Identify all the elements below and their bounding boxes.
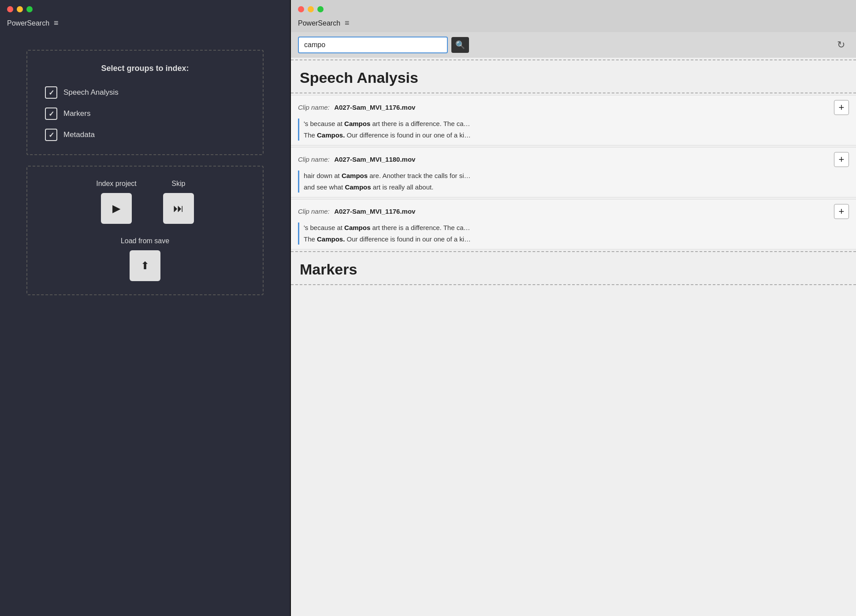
clip-name-container-3: Clip name: A027-Sam_MVI_1176.mov <box>298 208 415 215</box>
left-app-title: PowerSearch <box>7 19 49 27</box>
clip-card-1: Clip name: A027-Sam_MVI_1176.mov + 's be… <box>291 95 856 145</box>
right-close-button[interactable] <box>298 6 304 12</box>
checkbox-markers[interactable]: ✓ Markers <box>45 108 245 120</box>
speech-divider-bottom <box>291 93 856 93</box>
checkmark-speech: ✓ <box>48 89 54 97</box>
right-minimize-button[interactable] <box>308 6 314 12</box>
right-window-controls <box>291 0 856 19</box>
clip-lines-3: 's because at Campos art there is a diff… <box>298 223 849 245</box>
checkmark-metadata: ✓ <box>48 131 54 139</box>
search-bar: 🔍 ↻ <box>291 32 856 58</box>
minimize-button[interactable] <box>17 6 23 12</box>
checkmark-markers: ✓ <box>48 110 54 118</box>
left-menu-icon[interactable]: ≡ <box>54 19 59 28</box>
clip-card-2: Clip name: A027-Sam_MVI_1180.mov + hair … <box>291 147 856 197</box>
maximize-button[interactable] <box>26 6 33 12</box>
close-button[interactable] <box>7 6 13 12</box>
skip-button[interactable]: ⏭ <box>163 193 194 224</box>
search-input[interactable] <box>298 37 448 53</box>
refresh-button[interactable]: ↻ <box>833 37 849 53</box>
clip-line-2-1: hair down at Campos are. Another track t… <box>304 171 849 181</box>
left-window-controls <box>0 0 290 19</box>
checkbox-metadata[interactable]: ✓ Metadata <box>45 129 245 141</box>
add-clip-3-button[interactable]: + <box>834 204 849 219</box>
index-project-label: Index project <box>96 180 137 188</box>
actions-box: Index project ▶ Skip ⏭ Load from save ⬆ <box>26 166 264 295</box>
right-menu-icon[interactable]: ≡ <box>345 19 350 28</box>
clip-lines-1: 's because at Campos art there is a diff… <box>298 119 849 141</box>
search-icon: 🔍 <box>455 40 465 50</box>
skip-forward-icon: ⏭ <box>173 202 184 215</box>
index-project-button[interactable]: ▶ <box>101 193 132 224</box>
results-area[interactable]: Speech Analysis Clip name: A027-Sam_MVI_… <box>291 58 856 616</box>
upload-icon: ⬆ <box>141 260 149 272</box>
right-panel: PowerSearch ≡ 🔍 ↻ Speech Analysis Clip n… <box>291 0 856 616</box>
markers-divider-bottom <box>291 284 856 285</box>
skip-label: Skip <box>171 180 185 188</box>
clip-card-3: Clip name: A027-Sam_MVI_1176.mov + 's be… <box>291 199 856 249</box>
checkbox-metadata-icon: ✓ <box>45 129 57 141</box>
groups-selection-box: Select groups to index: ✓ Speech Analysi… <box>26 50 264 155</box>
right-maximize-button[interactable] <box>317 6 324 12</box>
checkbox-markers-icon: ✓ <box>45 108 57 120</box>
clip-name-container-2: Clip name: A027-Sam_MVI_1180.mov <box>298 156 415 163</box>
speech-divider-top <box>291 59 856 60</box>
clip-header-1: Clip name: A027-Sam_MVI_1176.mov + <box>298 100 849 115</box>
clip-line-3-1: 's because at Campos art there is a diff… <box>304 223 849 233</box>
play-icon: ▶ <box>112 202 120 215</box>
add-clip-1-button[interactable]: + <box>834 100 849 115</box>
clip-header-2: Clip name: A027-Sam_MVI_1180.mov + <box>298 152 849 167</box>
clip-line-1-2: The Campos. Our difference is found in o… <box>304 130 849 141</box>
groups-title: Select groups to index: <box>45 64 245 73</box>
checkbox-speech-analysis[interactable]: ✓ Speech Analysis <box>45 86 245 99</box>
clip-header-3: Clip name: A027-Sam_MVI_1176.mov + <box>298 204 849 219</box>
clip-name-value-2: A027-Sam_MVI_1180.mov <box>334 156 415 163</box>
load-from-save-button[interactable]: ⬆ <box>130 250 160 281</box>
checkbox-metadata-label: Metadata <box>63 130 95 139</box>
left-title-bar: PowerSearch ≡ <box>0 19 290 32</box>
load-from-save-label: Load from save <box>121 237 169 245</box>
clip-lines-2: hair down at Campos are. Another track t… <box>298 171 849 193</box>
checkbox-markers-label: Markers <box>63 109 90 118</box>
load-group: Load from save ⬆ <box>121 237 169 281</box>
clip-name-container-1: Clip name: A027-Sam_MVI_1176.mov <box>298 104 415 111</box>
speech-analysis-title: Speech Analysis <box>291 62 856 91</box>
plus-icon-1: + <box>839 102 845 113</box>
clip-name-value-3: A027-Sam_MVI_1176.mov <box>334 208 415 215</box>
add-clip-2-button[interactable]: + <box>834 152 849 167</box>
markers-divider-top <box>291 251 856 252</box>
clip-line-3-2: The Campos. Our difference is found in o… <box>304 234 849 245</box>
clip-name-label-2: Clip name: <box>298 156 330 163</box>
clip-name-label-3: Clip name: <box>298 208 330 215</box>
actions-row: Index project ▶ Skip ⏭ <box>96 180 194 224</box>
index-project-group: Index project ▶ <box>96 180 137 224</box>
left-content: Select groups to index: ✓ Speech Analysi… <box>0 32 290 616</box>
clip-name-value-1: A027-Sam_MVI_1176.mov <box>334 104 415 111</box>
search-button[interactable]: 🔍 <box>451 37 469 53</box>
clip-name-label-1: Clip name: <box>298 104 330 111</box>
refresh-icon: ↻ <box>837 39 845 51</box>
checkbox-speech-icon: ✓ <box>45 86 57 99</box>
clip-line-1-1: 's because at Campos art there is a diff… <box>304 119 849 129</box>
right-title-bar: PowerSearch ≡ <box>291 19 856 32</box>
checkbox-speech-label: Speech Analysis <box>63 88 119 97</box>
left-panel: PowerSearch ≡ Select groups to index: ✓ … <box>0 0 291 616</box>
markers-title: Markers <box>291 254 856 282</box>
plus-icon-2: + <box>839 154 845 165</box>
skip-group: Skip ⏭ <box>163 180 194 224</box>
clip-line-2-2: and see what Campos art is really all ab… <box>304 182 849 193</box>
right-app-title: PowerSearch <box>298 19 340 27</box>
plus-icon-3: + <box>839 206 845 217</box>
